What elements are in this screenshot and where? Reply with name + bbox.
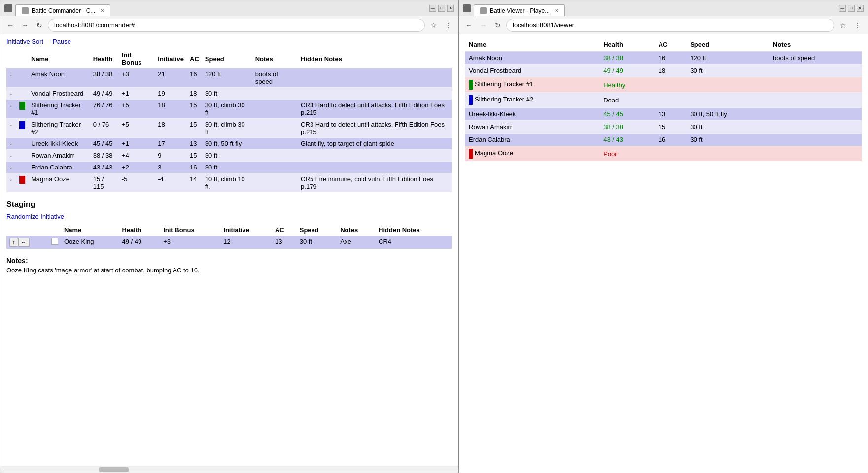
right-url-box[interactable]: localhost:8081/viewer — [506, 19, 834, 32]
row-init-bonus: +5 — [119, 100, 155, 119]
viewer-name-text: Slithering Tracker #1 — [475, 80, 533, 88]
color-dot-blue — [19, 121, 25, 129]
left-tab[interactable]: Battle Commander - C... ✕ — [15, 4, 110, 17]
sort-arrow[interactable]: ↓ — [6, 100, 16, 119]
right-tab-close[interactable]: ✕ — [555, 8, 558, 13]
staging-controls[interactable]: ↑↔ — [6, 236, 48, 249]
row-name: Slithering Tracker #2 — [28, 119, 90, 138]
viewer-health: Poor — [599, 146, 654, 162]
minimize-btn[interactable]: — — [429, 5, 436, 12]
menu-btn[interactable]: ⋮ — [442, 20, 454, 30]
col-arrow — [6, 49, 16, 68]
right-bookmark-btn[interactable]: ☆ — [837, 20, 849, 30]
sort-arrow[interactable]: ↓ — [6, 162, 16, 173]
row-name: Vondal Frostbeard — [28, 88, 90, 100]
right-forward-btn[interactable]: → — [478, 20, 489, 30]
viewer-name-text: Magma Ooze — [475, 149, 513, 157]
combat-table: Name Health Init Bonus Initiative AC Spe… — [6, 49, 452, 192]
left-address-bar: ← → ↻ localhost:8081/commander# ☆ ⋮ — [0, 16, 458, 34]
sort-arrow[interactable]: ↓ — [6, 68, 16, 88]
viewer-speed: 30 ft, 50 ft fly — [686, 108, 769, 121]
right-back-btn[interactable]: ← — [463, 20, 475, 30]
sort-arrow[interactable]: ↓ — [6, 138, 16, 150]
viewer-ac: 16 — [655, 52, 687, 65]
scol-health: Health — [119, 224, 160, 236]
viewer-row-name: Amak Noon — [465, 52, 599, 65]
row-ac: 18 — [187, 88, 202, 100]
staging-dot-cell — [48, 236, 61, 249]
left-browser-window: Battle Commander - C... ✕ — □ ✕ ← → ↻ lo… — [0, 0, 458, 473]
row-name: Ureek-Ikki-Kleek — [28, 138, 90, 150]
viewer-name-text: Amak Noon — [469, 54, 502, 62]
bookmark-btn[interactable]: ☆ — [428, 20, 439, 30]
row-health: 0 / 76 — [90, 119, 119, 138]
right-close-btn[interactable]: ✕ — [857, 5, 864, 12]
row-name: Amak Noon — [28, 68, 90, 88]
right-menu-btn[interactable]: ⋮ — [852, 20, 864, 30]
right-tab-label: Battle Viewer - Playe... — [490, 7, 550, 14]
color-dot-green — [19, 102, 25, 110]
viewer-ac: 13 — [655, 108, 687, 121]
scol-notes: Notes — [337, 224, 376, 236]
sort-arrow[interactable]: ↓ — [6, 173, 16, 193]
right-reload-btn[interactable]: ↻ — [492, 20, 503, 30]
sort-arrow[interactable]: ↓ — [6, 88, 16, 100]
sort-arrow[interactable]: ↓ — [6, 119, 16, 138]
vcol-ac: AC — [655, 38, 687, 52]
row-hidden-notes: Giant fly, top target of giant spide — [298, 138, 452, 150]
close-btn[interactable]: ✕ — [447, 5, 454, 12]
viewer-notes — [769, 134, 862, 146]
viewer-row: Ureek-Ikki-Kleek45 / 451330 ft, 50 ft fl… — [465, 108, 862, 121]
staging-title: Staging — [6, 200, 452, 209]
staging-initiative: 12 — [220, 236, 272, 249]
left-scrollbar-thumb[interactable] — [99, 467, 129, 472]
row-health: 15 / 115 — [90, 173, 119, 193]
viewer-health: 45 / 45 — [599, 108, 654, 121]
viewer-ac: 15 — [655, 121, 687, 134]
row-hidden-notes — [298, 68, 452, 88]
back-btn[interactable]: ← — [4, 20, 16, 30]
row-initiative: 18 — [155, 100, 187, 119]
viewer-speed: 120 ft — [686, 52, 769, 65]
initiative-sort-link[interactable]: Initiative Sort — [6, 38, 43, 45]
maximize-btn[interactable]: □ — [438, 5, 445, 12]
reload-btn[interactable]: ↻ — [34, 20, 45, 30]
staging-color-picker[interactable] — [51, 238, 58, 245]
viewer-row: Magma OozePoor — [465, 146, 862, 162]
randomize-link[interactable]: Randomize Initiative — [6, 213, 64, 220]
left-scrollbar[interactable] — [0, 466, 458, 473]
row-init-bonus: +5 — [119, 119, 155, 138]
row-speed: 30 ft — [202, 150, 252, 162]
viewer-row: Rowan Amakirr38 / 381530 ft — [465, 121, 862, 134]
viewer-speed: 30 ft — [686, 134, 769, 146]
left-url-box[interactable]: localhost:8081/commander# — [48, 19, 425, 32]
viewer-row-name: Slithering Tracker #1 — [465, 77, 599, 93]
viewer-row: Erdan Calabra43 / 431630 ft — [465, 134, 862, 146]
viewer-header: Name Health AC Speed Notes — [465, 38, 862, 52]
left-tab-close[interactable]: ✕ — [100, 8, 104, 13]
combat-row: ↓Vondal Frostbeard49 / 49+1191830 ft — [6, 88, 452, 100]
row-initiative: 9 — [155, 150, 187, 162]
row-notes — [252, 100, 298, 119]
color-dot-cell — [16, 88, 28, 100]
forward-btn[interactable]: → — [19, 20, 31, 30]
row-notes — [252, 162, 298, 173]
pause-link[interactable]: Pause — [53, 38, 71, 45]
swap-btn[interactable]: ↔ — [18, 238, 30, 247]
right-tab[interactable]: Battle Viewer - Playe... ✕ — [474, 4, 565, 17]
right-maximize-btn[interactable]: □ — [848, 5, 855, 12]
color-bar-green — [469, 80, 473, 90]
col-speed: Speed — [202, 49, 252, 68]
sort-arrow[interactable]: ↓ — [6, 150, 16, 162]
row-ac: 13 — [187, 138, 202, 150]
row-notes — [252, 119, 298, 138]
viewer-health: 43 / 43 — [599, 134, 654, 146]
row-hidden-notes — [298, 150, 452, 162]
move-up-btn[interactable]: ↑ — [9, 238, 18, 247]
combat-row: ↓Slithering Tracker #20 / 76+5181530 ft,… — [6, 119, 452, 138]
right-minimize-btn[interactable]: — — [839, 5, 846, 12]
col-name: Name — [28, 49, 90, 68]
combat-row: ↓Ureek-Ikki-Kleek45 / 45+1171330 ft, 50 … — [6, 138, 452, 150]
scol-ac: AC — [272, 224, 297, 236]
col-init-bonus: Init Bonus — [119, 49, 155, 68]
